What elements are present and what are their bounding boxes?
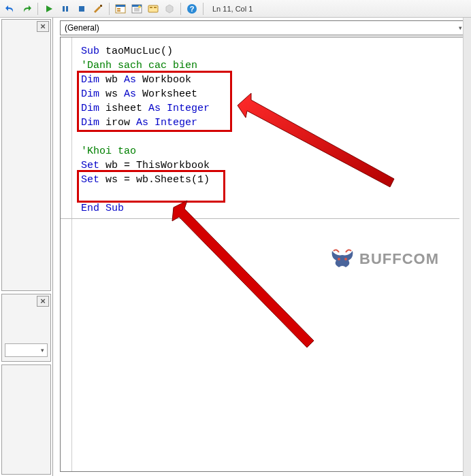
object-selector[interactable]: (General) ▾ (60, 20, 467, 35)
svg-rect-11 (148, 5, 158, 12)
code-text: irow (99, 117, 136, 129)
toolbar-separator (180, 3, 181, 15)
project-explorer-icon (115, 3, 126, 14)
keyword: As Integer (136, 117, 197, 129)
vertical-scrollbar[interactable] (463, 18, 471, 476)
toolbar: ? Ln 11, Col 1 (0, 0, 471, 18)
toolbar-separator (37, 3, 38, 15)
design-mode-button[interactable] (91, 1, 105, 16)
workspace: × × ▾ (General) ▾ Sub taoMucLuc() 'Danh … (0, 18, 471, 476)
code-text: wb = ThisWorkbook (99, 160, 210, 171)
code-text: taoMucLuc() (99, 46, 173, 57)
svg-rect-5 (116, 5, 125, 7)
svg-rect-2 (79, 6, 84, 12)
run-button[interactable] (42, 1, 56, 16)
svg-point-18 (338, 258, 340, 260)
comment: 'Khoi tao (81, 146, 136, 157)
chevron-down-icon: ▾ (41, 347, 44, 354)
close-button[interactable]: × (37, 21, 49, 32)
redo-button[interactable] (19, 1, 34, 16)
svg-text:?: ? (190, 5, 195, 13)
design-mode-icon (93, 3, 103, 14)
svg-point-10 (138, 5, 141, 8)
toolbar-separator (203, 3, 204, 15)
editor-column: (General) ▾ Sub taoMucLuc() 'Danh sach c… (53, 18, 471, 476)
keyword: End Sub (81, 203, 124, 214)
stop-button[interactable] (74, 1, 89, 16)
object-browser-button[interactable] (146, 1, 161, 16)
break-icon (61, 5, 69, 13)
code-text: ws (99, 88, 124, 100)
code-text: Worksheet (136, 88, 197, 100)
code-text: wb (99, 74, 124, 86)
code-editor[interactable]: Sub taoMucLuc() 'Danh sach cac bien Dim … (60, 37, 467, 472)
lower-pane (1, 364, 51, 475)
undo-icon (5, 3, 16, 14)
procedure-divider (61, 218, 459, 219)
redo-icon (21, 3, 32, 14)
keyword: Dim (81, 74, 99, 86)
close-button[interactable]: × (37, 296, 49, 307)
chevron-down-icon: ▾ (459, 24, 462, 31)
object-selector-value: (General) (65, 23, 99, 33)
svg-rect-12 (150, 7, 152, 8)
toolbox-button[interactable] (162, 1, 177, 16)
cursor-position: Ln 11, Col 1 (212, 5, 253, 13)
properties-pane: × ▾ (1, 294, 51, 362)
toolbar-separator (109, 3, 110, 15)
help-icon: ? (186, 3, 197, 14)
keyword: Set (81, 174, 99, 186)
code-text: Workbook (136, 74, 191, 86)
keyword: Sub (81, 46, 99, 57)
code-text: ws = wb.Sheets(1) (99, 174, 210, 186)
project-explorer-pane: × (1, 19, 51, 291)
toolbox-icon (164, 3, 175, 14)
undo-button[interactable] (3, 1, 18, 16)
properties-button[interactable] (129, 1, 144, 16)
stop-icon (78, 5, 86, 13)
keyword: Dim (81, 103, 99, 114)
svg-rect-0 (63, 6, 65, 12)
break-button[interactable] (58, 1, 73, 16)
svg-point-19 (344, 258, 347, 260)
code-text: isheet (99, 103, 148, 114)
svg-rect-1 (66, 6, 68, 12)
svg-rect-13 (154, 7, 157, 8)
keyword: Set (81, 160, 99, 171)
keyword: As (124, 88, 136, 100)
help-button[interactable]: ? (184, 1, 199, 16)
code-content: Sub taoMucLuc() 'Danh sach cac bien Dim … (61, 37, 466, 254)
keyword: Dim (81, 88, 99, 100)
keyword: As Integer (148, 103, 210, 114)
object-browser-icon (148, 3, 159, 14)
object-procedure-bar: (General) ▾ (60, 20, 467, 35)
properties-window-icon (131, 3, 142, 14)
properties-object-select[interactable]: ▾ (5, 343, 48, 357)
left-column: × × ▾ (0, 18, 53, 476)
svg-rect-6 (117, 8, 120, 10)
svg-rect-3 (100, 5, 102, 7)
project-explorer-button[interactable] (113, 1, 128, 16)
keyword: Dim (81, 117, 99, 129)
keyword: As (124, 74, 136, 86)
run-icon (45, 5, 53, 13)
svg-rect-7 (117, 10, 120, 12)
comment: 'Danh sach cac bien (81, 60, 197, 71)
